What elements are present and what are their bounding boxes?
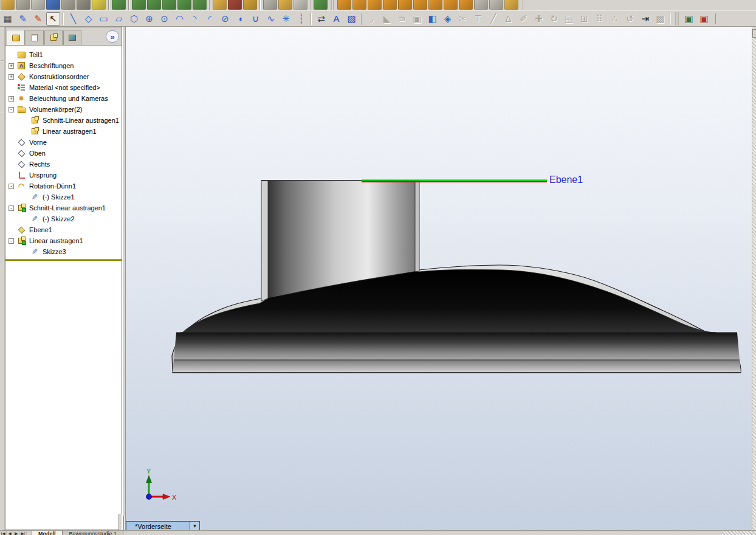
tree-item-konstruktionsordner[interactable]: +Konstruktionsordner bbox=[5, 71, 122, 82]
expand-toggle[interactable]: - bbox=[9, 205, 14, 211]
plane-edge-red[interactable] bbox=[362, 181, 547, 182]
toolbar-splitter[interactable] bbox=[675, 12, 679, 26]
tree-item-oben[interactable]: Oben bbox=[5, 148, 122, 159]
image-save-icon[interactable] bbox=[193, 0, 207, 10]
fillet-icon[interactable] bbox=[398, 0, 412, 10]
shaded-display-icon[interactable]: ▣ bbox=[682, 12, 696, 26]
circle-icon[interactable]: ⊕ bbox=[142, 12, 156, 26]
loft-icon[interactable] bbox=[383, 0, 397, 10]
mirror-entities-icon[interactable]: ◧ bbox=[425, 12, 439, 26]
tab-configurationmanager[interactable] bbox=[44, 30, 63, 45]
sketch-edit-icon[interactable]: ◇ bbox=[81, 12, 95, 26]
image-move-icon[interactable] bbox=[162, 0, 176, 10]
plane-edge-green[interactable] bbox=[362, 179, 547, 181]
render-icon[interactable] bbox=[314, 0, 328, 10]
image-cursor-icon[interactable] bbox=[177, 0, 191, 10]
cylinder-wall-right[interactable] bbox=[415, 181, 419, 272]
plane-label[interactable]: Ebene1 bbox=[549, 174, 583, 185]
zip-icon[interactable] bbox=[61, 0, 75, 10]
expand-toggle[interactable]: + bbox=[9, 63, 14, 69]
cylinder-wall-left[interactable] bbox=[261, 181, 268, 301]
prev-tab-icon[interactable]: ◀ bbox=[7, 531, 13, 535]
line-icon[interactable]: ╲ bbox=[66, 12, 80, 26]
three-point-arc-icon[interactable]: ◜ bbox=[203, 12, 217, 26]
bottom-tab-bewegungsstudie-1[interactable]: Bewegungsstudie 1 bbox=[63, 531, 124, 535]
next-tab-icon[interactable]: ▶ bbox=[13, 531, 20, 535]
toolbar-splitter[interactable] bbox=[331, 0, 334, 11]
paste-icon[interactable] bbox=[294, 0, 308, 10]
tree-item-body-schnitt[interactable]: Schnitt-Linear austragen1 bbox=[19, 115, 122, 126]
search-icon[interactable] bbox=[77, 0, 91, 10]
expand-toggle[interactable]: + bbox=[9, 74, 14, 80]
area-hatch-icon[interactable]: ▨ bbox=[345, 12, 359, 26]
grid-icon[interactable]: ▦ bbox=[1, 12, 15, 26]
shell-icon[interactable] bbox=[444, 0, 458, 10]
open-folder-icon[interactable] bbox=[213, 0, 227, 10]
tree-item-skizze3[interactable]: ✎Skizze3 bbox=[19, 246, 122, 257]
revolve-icon[interactable] bbox=[352, 0, 366, 10]
ellipse-icon[interactable]: ⊘ bbox=[218, 12, 232, 26]
partial-ellipse-icon[interactable]: ◖ bbox=[233, 12, 247, 26]
panel-expand-chevron[interactable]: » bbox=[106, 30, 119, 43]
dropdown-arrow-icon[interactable]: ▼ bbox=[190, 522, 199, 531]
tab-propertymanager[interactable] bbox=[26, 30, 44, 45]
tree-item-rotation-duenn[interactable]: -◠Rotation-Dünn1 bbox=[5, 181, 122, 192]
tab-featuremanager[interactable] bbox=[7, 30, 25, 45]
web-icon[interactable] bbox=[46, 0, 60, 10]
splitter-grip[interactable] bbox=[123, 516, 125, 531]
tree-item-vorne[interactable]: Vorne bbox=[5, 137, 122, 148]
3d-sketch-icon[interactable]: ✎ bbox=[31, 12, 45, 26]
tree-item-schnitt-linear-austragen1[interactable]: -Schnitt-Linear austragen1 bbox=[5, 202, 122, 213]
last-tab-icon[interactable]: ▶| bbox=[20, 531, 27, 535]
copy-icon[interactable] bbox=[278, 0, 292, 10]
tree-item-linear-austragen1[interactable]: -Linear austragen1 bbox=[5, 235, 122, 246]
select-arrow-icon[interactable]: ↖ bbox=[46, 12, 60, 26]
tree-item-skizze2[interactable]: ✎(-) Skizze2 bbox=[19, 213, 122, 224]
taskpane-edge-strip[interactable] bbox=[752, 27, 756, 530]
parallelogram-icon[interactable]: ▱ bbox=[112, 12, 126, 26]
tree-item-beleuchtung[interactable]: +✹Beleuchtung und Kameras bbox=[5, 93, 122, 104]
graphics-viewport[interactable]: Ebene1 Y X *Vorderseite ▼ bbox=[126, 27, 756, 530]
view-orientation-value[interactable]: *Vorderseite bbox=[126, 522, 190, 531]
tree-item-body-linear[interactable]: Linear austragen1 bbox=[19, 126, 122, 137]
tree-item-ebene1[interactable]: Ebene1 bbox=[5, 224, 122, 235]
hole-wizard-icon[interactable] bbox=[474, 0, 488, 10]
expand-toggle[interactable]: - bbox=[9, 184, 14, 189]
bottom-tab-modell[interactable]: Modell bbox=[32, 531, 63, 535]
parabola-icon[interactable]: ∪ bbox=[249, 12, 263, 26]
new-icon[interactable] bbox=[1, 0, 15, 10]
dome-icon[interactable] bbox=[489, 0, 503, 10]
dynamic-mirror-icon[interactable]: ◈ bbox=[441, 12, 455, 26]
sweep-icon[interactable] bbox=[368, 0, 382, 10]
edit-image-icon[interactable] bbox=[112, 0, 126, 10]
save-icon[interactable] bbox=[228, 0, 242, 10]
polygon-icon[interactable]: ⬡ bbox=[127, 12, 141, 26]
expand-toggle[interactable]: + bbox=[9, 96, 14, 102]
measure-icon[interactable] bbox=[16, 0, 30, 10]
wrap-icon[interactable] bbox=[504, 0, 518, 10]
expand-toggle[interactable]: - bbox=[9, 107, 14, 112]
sketch-icon[interactable]: ✎ bbox=[16, 12, 30, 26]
first-tab-icon[interactable]: |◀ bbox=[0, 531, 7, 535]
rib-icon[interactable] bbox=[428, 0, 442, 10]
point-icon[interactable]: ✳ bbox=[279, 12, 293, 26]
dome-inner-bottom[interactable] bbox=[174, 333, 740, 360]
rectangle-icon[interactable]: ▭ bbox=[97, 12, 111, 26]
expand-toggle[interactable]: - bbox=[9, 238, 14, 244]
tree-item-volumenkoerper[interactable]: -Volumenkörper(2) bbox=[5, 104, 122, 115]
convert-entities-icon[interactable]: ⇄ bbox=[314, 12, 328, 26]
tab-displaymanager[interactable] bbox=[63, 30, 81, 45]
tree-item-rechts[interactable]: Rechts bbox=[5, 159, 122, 170]
chamfer-icon[interactable] bbox=[413, 0, 427, 10]
taskpane-handle[interactable] bbox=[752, 29, 756, 38]
tree-item-material[interactable]: Material <not specified> bbox=[5, 82, 122, 93]
ring-icon[interactable] bbox=[243, 0, 257, 10]
tangent-arc-icon[interactable]: ◝ bbox=[188, 12, 202, 26]
options-icon[interactable] bbox=[92, 0, 106, 10]
tree-item-ursprung[interactable]: Ursprung bbox=[5, 170, 122, 181]
link-icon[interactable] bbox=[31, 0, 45, 10]
sketch-text-icon[interactable]: A bbox=[329, 12, 343, 26]
image-select-icon[interactable] bbox=[147, 0, 161, 10]
construction-geometry-icon[interactable]: ⇥ bbox=[638, 12, 652, 26]
image-icon[interactable] bbox=[132, 0, 146, 10]
